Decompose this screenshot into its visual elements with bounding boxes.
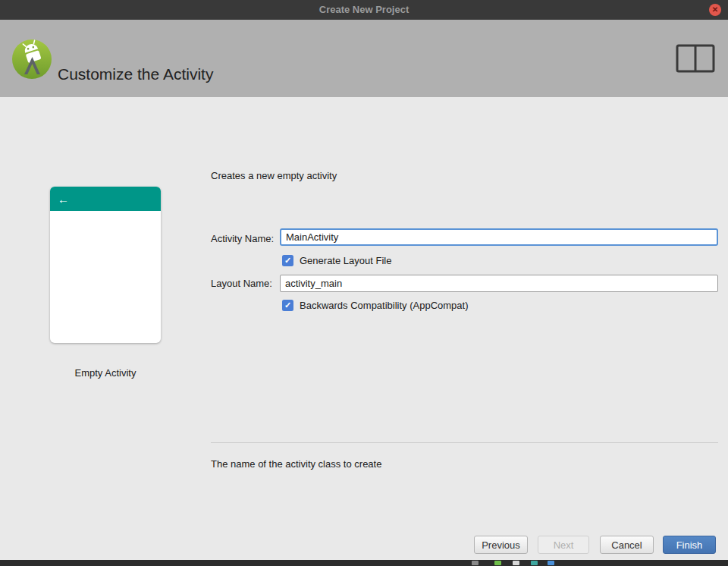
- activity-template-card[interactable]: ←: [50, 187, 161, 343]
- layout-name-input[interactable]: [280, 275, 718, 292]
- wizard-header: Customize the Activity: [0, 20, 728, 97]
- cancel-button[interactable]: Cancel: [600, 536, 654, 554]
- backwards-compat-row[interactable]: ✓ Backwards Compatibility (AppCompat): [282, 300, 469, 311]
- template-description: Creates a new empty activity: [211, 170, 337, 181]
- android-studio-logo-icon: [11, 35, 52, 80]
- activity-name-input[interactable]: [280, 228, 718, 246]
- window-title: Create New Project: [0, 0, 728, 20]
- page-title: Customize the Activity: [58, 65, 213, 83]
- layout-name-label: Layout Name:: [211, 278, 272, 289]
- backwards-compat-checkbox[interactable]: ✓: [282, 300, 293, 311]
- activity-name-label: Activity Name:: [211, 233, 274, 244]
- backwards-compat-label: Backwards Compatibility (AppCompat): [300, 300, 469, 311]
- generate-layout-row[interactable]: ✓ Generate Layout File: [282, 255, 391, 266]
- field-hint-text: The name of the activity class to create: [211, 458, 381, 470]
- taskbar-icon: [513, 561, 519, 565]
- back-arrow-icon: ←: [58, 193, 69, 206]
- taskbar-icon: [472, 561, 479, 565]
- titlebar: Create New Project ✕: [0, 0, 728, 20]
- previous-button[interactable]: Previous: [474, 536, 528, 554]
- device-preview-icon: [676, 43, 715, 74]
- create-new-project-dialog: Create New Project ✕ Customize the A: [0, 0, 728, 566]
- template-name-label: Empty Activity: [50, 367, 161, 379]
- taskbar-sliver: [0, 560, 728, 566]
- section-divider: [211, 442, 718, 443]
- generate-layout-label: Generate Layout File: [300, 255, 391, 266]
- finish-button[interactable]: Finish: [663, 536, 716, 554]
- generate-layout-checkbox[interactable]: ✓: [282, 255, 293, 266]
- taskbar-icon: [548, 561, 554, 565]
- taskbar-icon: [531, 561, 538, 565]
- next-button: Next: [538, 536, 589, 554]
- close-icon[interactable]: ✕: [709, 4, 721, 16]
- preview-appbar: ←: [50, 187, 161, 211]
- taskbar-icon: [494, 561, 501, 565]
